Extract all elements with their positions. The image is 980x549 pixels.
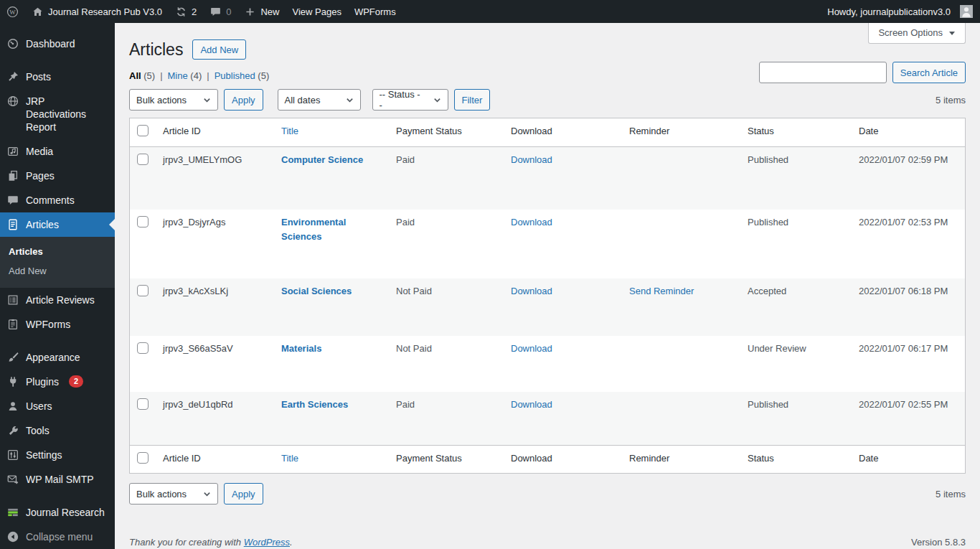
send-reminder-link[interactable]: Send Reminder bbox=[629, 286, 694, 296]
date-cell: 2022/01/07 06:17 PM bbox=[852, 336, 966, 392]
sidebar-item-appearance[interactable]: Appearance bbox=[0, 345, 115, 370]
apply-button-bottom[interactable]: Apply bbox=[224, 483, 263, 505]
download-link[interactable]: Download bbox=[511, 154, 552, 165]
sidebar-item-wpforms[interactable]: WPForms bbox=[0, 312, 115, 337]
download-link[interactable]: Download bbox=[511, 343, 552, 354]
search-article-button[interactable]: Search Article bbox=[892, 62, 966, 83]
wordpress-logo-icon[interactable]: W bbox=[0, 0, 25, 23]
status-cell: Published bbox=[740, 210, 852, 278]
article-id-cell: jrpv3_DsjyrAgs bbox=[156, 210, 274, 278]
sidebar-item-tools[interactable]: Tools bbox=[0, 418, 115, 443]
select-row-checkbox[interactable] bbox=[137, 216, 149, 227]
globe-icon bbox=[6, 95, 19, 108]
submenu-item-articles[interactable]: Articles bbox=[0, 242, 115, 261]
account-menu[interactable]: Howdy, journalpublicationv3.0 bbox=[821, 0, 973, 23]
screen-options-button[interactable]: Screen Options bbox=[868, 23, 966, 44]
status-cell: Published bbox=[740, 392, 852, 445]
sidebar-item-settings[interactable]: Settings bbox=[0, 443, 115, 467]
sidebar-item-users[interactable]: Users bbox=[0, 394, 115, 418]
sidebar-item-plugins[interactable]: Plugins 2 bbox=[0, 370, 115, 394]
reminder-cell bbox=[622, 146, 740, 210]
article-title-link[interactable]: Materials bbox=[281, 343, 321, 354]
new-content-link[interactable]: New bbox=[237, 0, 286, 23]
home-icon bbox=[32, 6, 44, 18]
footer-reminder: Reminder bbox=[622, 445, 740, 474]
download-link[interactable]: Download bbox=[511, 286, 552, 296]
menu-separator bbox=[0, 492, 115, 500]
site-name-label: Journal Research Pub V3.0 bbox=[48, 6, 162, 17]
sidebar-item-articles[interactable]: Articles bbox=[0, 212, 115, 237]
table-row: jrpv3_DsjyrAgs Environmental Sciences Pa… bbox=[130, 210, 966, 278]
wpforms-adminbar-link[interactable]: WPForms bbox=[348, 0, 402, 23]
sidebar-item-posts[interactable]: Posts bbox=[0, 65, 115, 89]
items-count: 5 items bbox=[936, 95, 966, 105]
search-input[interactable] bbox=[759, 62, 887, 83]
select-row-checkbox[interactable] bbox=[137, 285, 149, 296]
version-label: Version 5.8.3 bbox=[911, 537, 966, 548]
view-pages-link[interactable]: View Pages bbox=[286, 0, 347, 23]
table-row: jrpv3_S66aS5aV Materials Not Paid Downlo… bbox=[130, 336, 966, 392]
reminder-cell bbox=[622, 336, 740, 392]
menu-separator bbox=[0, 56, 115, 65]
plugin-icon bbox=[6, 375, 19, 388]
view-published-link[interactable]: Published (5) bbox=[215, 70, 270, 81]
select-all-checkbox[interactable] bbox=[137, 452, 149, 464]
table-row: jrpv3_deU1qbRd Earth Sciences Paid Downl… bbox=[130, 392, 966, 445]
comments-link[interactable]: 0 bbox=[203, 0, 237, 23]
download-link[interactable]: Download bbox=[511, 217, 552, 227]
article-title-link[interactable]: Social Sciences bbox=[281, 286, 352, 296]
view-mine-link[interactable]: Mine (4) bbox=[168, 70, 202, 81]
download-link[interactable]: Download bbox=[511, 399, 552, 410]
footer-download: Download bbox=[504, 445, 622, 474]
view-all-link[interactable]: All (5) bbox=[129, 70, 155, 81]
search-box: Search Article bbox=[759, 62, 966, 83]
updates-count: 2 bbox=[192, 6, 197, 17]
sidebar-item-dashboard[interactable]: Dashboard bbox=[0, 32, 115, 56]
article-title-link[interactable]: Computer Science bbox=[281, 154, 363, 165]
date-cell: 2022/01/07 02:59 PM bbox=[852, 146, 966, 210]
footer-title-sort-link[interactable]: Title bbox=[281, 453, 298, 464]
avatar bbox=[960, 5, 973, 18]
dates-filter-select[interactable]: All dates bbox=[278, 89, 361, 111]
status-filter-select[interactable]: -- Status -- bbox=[372, 89, 448, 111]
mail-icon bbox=[6, 473, 19, 486]
apply-button[interactable]: Apply bbox=[224, 89, 263, 111]
plugins-update-badge: 2 bbox=[69, 375, 83, 388]
select-row-checkbox[interactable] bbox=[137, 154, 149, 165]
collapse-arrow-icon bbox=[6, 530, 19, 543]
article-id-cell: jrpv3_kAcXsLKj bbox=[156, 278, 274, 336]
bulk-actions-select-bottom[interactable]: Bulk actions bbox=[129, 483, 218, 505]
howdy-label: Howdy, journalpublicationv3.0 bbox=[827, 6, 951, 17]
table-header-row: Article ID Title Payment Status Download… bbox=[130, 118, 966, 147]
sidebar-item-jrp-deactivations-report[interactable]: JRP Deactivations Report bbox=[0, 89, 115, 139]
sidebar-item-wp-mail-smtp[interactable]: WP Mail SMTP bbox=[0, 467, 115, 492]
select-all-checkbox[interactable] bbox=[137, 125, 149, 136]
article-title-link[interactable]: Environmental Sciences bbox=[281, 217, 346, 242]
sidebar-item-article-reviews[interactable]: Article Reviews bbox=[0, 288, 115, 312]
submenu-item-add-new[interactable]: Add New bbox=[0, 261, 115, 281]
bulk-actions-select[interactable]: Bulk actions bbox=[129, 89, 218, 111]
select-row-checkbox[interactable] bbox=[137, 342, 149, 354]
journal-research-logo-icon bbox=[6, 506, 19, 519]
views-separator: | bbox=[207, 70, 209, 81]
plus-icon bbox=[244, 6, 256, 18]
header-title-sort-link[interactable]: Title bbox=[281, 126, 298, 136]
table-footer-row: Article ID Title Payment Status Download… bbox=[130, 445, 966, 474]
sidebar-item-comments[interactable]: Comments bbox=[0, 188, 115, 212]
site-name-link[interactable]: Journal Research Pub V3.0 bbox=[25, 0, 169, 23]
sidebar-item-pages[interactable]: Pages bbox=[0, 164, 115, 188]
article-title-link[interactable]: Earth Sciences bbox=[281, 399, 348, 410]
form-icon bbox=[6, 318, 19, 331]
sidebar-item-collapse-menu[interactable]: Collapse menu bbox=[0, 525, 115, 549]
select-row-checkbox[interactable] bbox=[137, 398, 149, 410]
sidebar-item-media[interactable]: Media bbox=[0, 139, 115, 164]
add-new-button[interactable]: Add New bbox=[192, 39, 246, 60]
sidebar-item-journal-research[interactable]: Journal Research bbox=[0, 500, 115, 525]
wordpress-link[interactable]: WordPress bbox=[244, 537, 290, 548]
updates-link[interactable]: 2 bbox=[169, 0, 203, 23]
pushpin-icon bbox=[6, 70, 19, 83]
header-reminder: Reminder bbox=[622, 118, 740, 147]
payment-status-cell: Paid bbox=[389, 392, 504, 445]
main-content: Screen Options Articles Add New Search A… bbox=[115, 23, 980, 549]
filter-button[interactable]: Filter bbox=[454, 89, 491, 111]
